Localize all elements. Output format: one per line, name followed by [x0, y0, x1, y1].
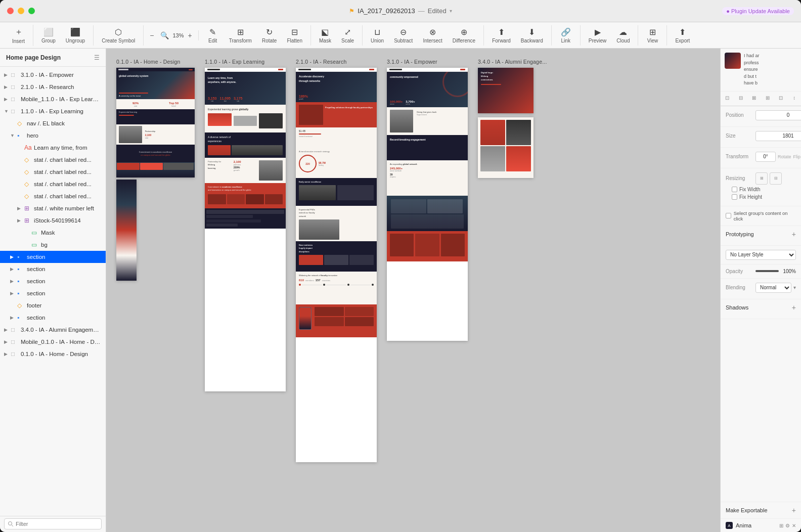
- artboard-research[interactable]: Accelerate discoverythrough networks 189…: [296, 68, 377, 462]
- sidebar-item-mob110[interactable]: ▶ □ Mobile_1.1.0 - IA - Exp Learning: [0, 93, 106, 105]
- transform-button[interactable]: ⊞ Transform: [225, 25, 256, 46]
- view-button[interactable]: ⊞ View: [642, 25, 662, 46]
- sidebar-item-section4[interactable]: ▶ ▪ section: [0, 287, 106, 299]
- view-icon: ⊞: [649, 27, 656, 37]
- tab-distribute[interactable]: ⊞: [761, 92, 775, 106]
- sidebar-item-section5[interactable]: ▶ ▪ section: [0, 312, 106, 324]
- intersect-button[interactable]: ⊗ Intersect: [419, 25, 446, 46]
- ungroup-button[interactable]: ⬛ Ungroup: [62, 25, 89, 46]
- insert-button[interactable]: ＋ Insert: [8, 25, 29, 46]
- fix-width-checkbox[interactable]: [732, 187, 737, 192]
- item-label: stat /. chart label red...: [34, 193, 102, 199]
- sidebar-item-white-num[interactable]: ▶ ⊞ stat /. white number left: [0, 202, 106, 214]
- sidebar-item-mob010[interactable]: ▶ □ Mobile_0.1.0 - IA - Home - Design: [0, 336, 106, 348]
- folder-icon: ▪: [17, 253, 25, 260]
- make-exportable-add-button[interactable]: +: [792, 506, 796, 514]
- tab-align-center[interactable]: ⊟: [734, 92, 748, 106]
- link-icon: 🔗: [561, 27, 571, 37]
- union-button[interactable]: ⊔ Union: [367, 25, 388, 46]
- layer-style-select[interactable]: No Layer Style: [726, 250, 796, 260]
- prototyping-add-button[interactable]: +: [792, 230, 796, 238]
- flatten-button[interactable]: ⊟ Flatten: [283, 25, 306, 46]
- blending-dropdown-icon[interactable]: ▾: [793, 285, 796, 290]
- layer-tree[interactable]: ▶ □ 3.1.0 - IA - Empower ▶ □ 2.1.0 - IA …: [0, 67, 106, 516]
- mask-button[interactable]: ⬕ Mask: [315, 25, 335, 46]
- cloud-button[interactable]: ☁ Cloud: [612, 25, 634, 46]
- difference-button[interactable]: ⊕ Difference: [449, 25, 479, 46]
- artboard-alumni-top[interactable]: Digital forge:lifelongconnections: [478, 68, 533, 113]
- sidebar-item-bg[interactable]: ▭ bg: [0, 239, 106, 251]
- sidebar-item-learn-from[interactable]: Aa Learn any time, from: [0, 142, 106, 154]
- sidebar-item-section3[interactable]: ▶ ▪ section: [0, 275, 106, 287]
- link-button[interactable]: 🔗 Link: [556, 25, 576, 46]
- sidebar-item-footer[interactable]: ◇ footer: [0, 299, 106, 312]
- sidebar-item-210[interactable]: ▶ □ 2.1.0 - IA - Research: [0, 81, 106, 93]
- maximize-button[interactable]: [28, 8, 35, 14]
- artboard-exp[interactable]: Learn any time, fromanywhere, with anyon…: [205, 68, 286, 391]
- artboard-home[interactable]: global university system A university on…: [116, 68, 195, 178]
- sidebar-item-nav[interactable]: ◇ nav /. EL black: [0, 117, 106, 129]
- sidebar-item-stat3[interactable]: ◇ stat /. chart label red...: [0, 178, 106, 190]
- export-button[interactable]: ⬆ Export: [671, 25, 694, 46]
- tab-align-right[interactable]: ⊠: [747, 92, 761, 106]
- zoom-out-button[interactable]: −: [148, 30, 156, 40]
- backward-button[interactable]: ⬇ Backward: [517, 25, 547, 46]
- opacity-slider[interactable]: [755, 270, 779, 272]
- preview-label: Preview: [589, 38, 607, 43]
- dropdown-chevron-icon: ▾: [450, 8, 452, 14]
- anima-icon-3[interactable]: ✕: [792, 523, 796, 528]
- minimize-button[interactable]: [18, 8, 24, 14]
- anima-icon-1[interactable]: ⊞: [779, 523, 783, 528]
- forward-button[interactable]: ⬆ Forward: [488, 25, 515, 46]
- tab-spacing[interactable]: ⊡: [774, 92, 788, 106]
- item-label: footer: [27, 302, 102, 308]
- filter-input[interactable]: [4, 518, 102, 529]
- create-symbol-button[interactable]: ⬡ Create Symbol: [98, 25, 139, 46]
- scale-button[interactable]: ⤢ Scale: [337, 25, 358, 46]
- sidebar-item-stat4[interactable]: ◇ stat /. chart label red...: [0, 190, 106, 202]
- sidebar-item-stat2[interactable]: ◇ stat /. chart label red...: [0, 166, 106, 178]
- sidebar-item-310[interactable]: ▶ □ 3.1.0 - IA - Empower: [0, 69, 106, 81]
- subtract-button[interactable]: ⊖ Subtract: [390, 25, 417, 46]
- sidebar-item-110[interactable]: ▼ □ 1.1.0 - IA - Exp Learning: [0, 105, 106, 117]
- rotate-input[interactable]: [755, 152, 776, 162]
- tab-align-left[interactable]: ⊡: [721, 92, 734, 106]
- fix-height-checkbox[interactable]: [732, 194, 737, 200]
- boolean-group: ⊔ Union ⊖ Subtract ⊗ Intersect ⊕ Differe…: [363, 25, 484, 46]
- artboard-alumni-bottom[interactable]: [478, 117, 533, 178]
- blending-select[interactable]: Normal: [755, 283, 791, 293]
- artboard-home-secondary[interactable]: [116, 180, 137, 281]
- canvas-area[interactable]: 0.1.0 - IA - Home - Design: [106, 49, 720, 532]
- edit-button[interactable]: ✎ Edit: [203, 25, 223, 46]
- sidebar-item-istock[interactable]: ▶ ⊞ iStock-540199614: [0, 214, 106, 227]
- sidebar-item-hero[interactable]: ▼ ▪ hero: [0, 129, 106, 142]
- rotate-button[interactable]: ↻ Rotate: [258, 25, 281, 46]
- resizing-box: ⊞ ⊟: [755, 172, 782, 185]
- sidebar-item-section-selected[interactable]: ▶ ▪ section: [0, 251, 106, 263]
- sidebar-item-010[interactable]: ▶ □ 0.1.0 - IA - Home - Design: [0, 348, 106, 360]
- fix-width-row: Fix Width: [726, 187, 796, 192]
- position-label: Position: [726, 112, 753, 118]
- size-width-input[interactable]: [755, 131, 801, 141]
- sidebar-item-section2[interactable]: ▶ ▪ section: [0, 263, 106, 275]
- sidebar-item-stat1[interactable]: ◇ stat /. chart label red...: [0, 154, 106, 166]
- anima-icon-2[interactable]: ⚙: [785, 523, 790, 528]
- preview-button[interactable]: ▶ Preview: [585, 25, 611, 46]
- tab-pin[interactable]: ↕: [788, 92, 802, 106]
- position-x-input[interactable]: [755, 110, 801, 120]
- plugin-update-badge[interactable]: ● Plugin Update Available: [722, 7, 794, 15]
- size-label: Size: [726, 133, 753, 139]
- sidebar-item-340[interactable]: ▶ □ 3.4.0 - IA - Alumni Engagement Stor.…: [0, 324, 106, 336]
- close-button[interactable]: [7, 8, 14, 14]
- panel-menu-icon[interactable]: ☰: [94, 54, 100, 61]
- zoom-in-button[interactable]: +: [186, 30, 194, 40]
- artboard-empower[interactable]: community empowered 100,000+alumni 3,700…: [387, 68, 468, 341]
- resize-icon-2: ⊟: [770, 172, 782, 185]
- subtract-icon: ⊖: [400, 27, 407, 37]
- title-center: ⚑ IA_2017_09262013 — Edited ▾: [349, 7, 452, 15]
- flip-button[interactable]: Flip: [793, 154, 801, 159]
- sidebar-item-mask[interactable]: ▭ Mask: [0, 227, 106, 239]
- select-group-checkbox[interactable]: [726, 213, 731, 218]
- group-button[interactable]: ⬜ Group: [37, 25, 60, 46]
- shadows-add-button[interactable]: +: [792, 303, 796, 312]
